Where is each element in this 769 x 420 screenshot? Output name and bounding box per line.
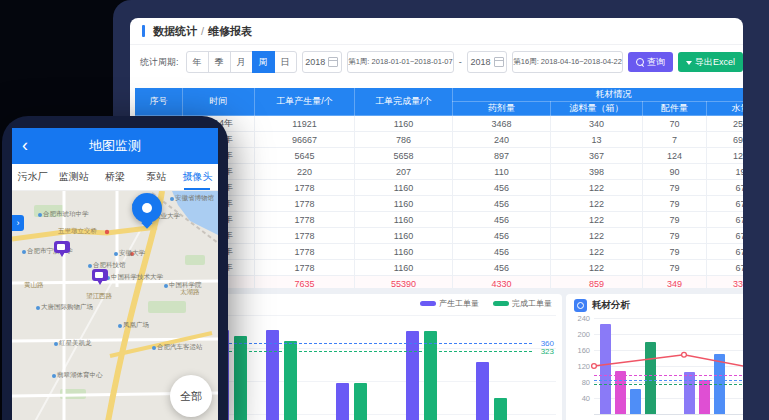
selected-location-marker[interactable]: [132, 193, 162, 223]
period-option[interactable]: 周: [252, 51, 275, 73]
table-cell: 67: [707, 228, 744, 244]
table-cell: 110: [453, 164, 551, 180]
page-root: { "app": { "breadcrumb_section": "数据统计",…: [0, 0, 769, 420]
camera-marker-icon[interactable]: [54, 241, 70, 253]
sub-column-header: 药剂量: [453, 102, 551, 116]
table-cell: 1778: [255, 260, 355, 276]
table-cell: 1778: [255, 244, 355, 260]
breadcrumb: 数据统计 / 维修报表: [130, 18, 743, 45]
chart-bar: [494, 398, 507, 420]
map-poi-label: 合肥汽车客运站: [152, 343, 203, 352]
table-cell: 67: [707, 212, 744, 228]
table-cell: 11921: [255, 116, 355, 132]
camera-lens: [57, 244, 65, 250]
map-poi-label: 翡翠湖体育中心: [52, 371, 103, 380]
table-cell: 1778: [255, 196, 355, 212]
poi-dot-icon: [152, 346, 156, 350]
query-button[interactable]: 查询: [628, 52, 673, 72]
table-cell: 1778: [255, 180, 355, 196]
table-cell: 1160: [355, 116, 453, 132]
table-cell: 79: [643, 260, 707, 276]
to-week-input[interactable]: 第16周: 2018-04-16~2018-04-22: [512, 51, 623, 73]
map-poi-label: 合肥市琥珀中学: [38, 210, 89, 219]
reference-line: [594, 384, 743, 385]
chart-bar: [424, 331, 437, 420]
map-expander-button[interactable]: ›: [12, 215, 24, 231]
table-cell: 67: [707, 180, 744, 196]
column-header: 序号: [135, 88, 183, 116]
chart-bar: [600, 324, 611, 414]
poi-text: 合肥汽车客运站: [157, 343, 203, 352]
table-cell: 220: [255, 164, 355, 180]
export-excel-button[interactable]: 导出Excel: [678, 52, 743, 72]
period-option[interactable]: 日: [274, 51, 297, 73]
phone-tab-桥梁[interactable]: 桥梁: [94, 164, 135, 190]
y-axis-tick-label: 120: [568, 362, 590, 371]
poi-text: 翡翠湖体育中心: [57, 371, 103, 380]
consumables-chart-plot: 2402001601208040: [566, 294, 743, 420]
workorder-chart-legend[interactable]: 产生工单量完成工单量: [420, 298, 552, 309]
legend-label: 完成工单量: [512, 299, 552, 308]
poi-dot-icon: [38, 213, 42, 217]
table-cell: 250: [707, 116, 744, 132]
table-cell: 456: [453, 260, 551, 276]
table-cell: 90: [643, 164, 707, 180]
table-cell: 79: [643, 196, 707, 212]
poi-dot-icon: [118, 324, 122, 328]
column-header: 工单产生量/个: [255, 88, 355, 116]
table-cell: 124: [643, 148, 707, 164]
export-button-label: 导出Excel: [695, 56, 735, 69]
period-option[interactable]: 年: [186, 51, 209, 73]
table-cell: 122: [551, 196, 643, 212]
period-option[interactable]: 季: [208, 51, 231, 73]
camera-marker-icon[interactable]: [92, 269, 108, 281]
map-view[interactable]: 体育馆安徽农业大学安徽省博物馆合肥市琥珀中学五里墩立交桥合肥市宁溪小学安徽大学合…: [12, 191, 218, 420]
table-cell: 19: [707, 164, 744, 180]
phone-tab-摄像头[interactable]: 摄像头: [177, 164, 218, 190]
table-header: 序号时间工单产生量/个工单完成量/个耗材情况药剂量滤料量（箱）配件量水量: [135, 88, 744, 116]
poi-text: 黄山路: [24, 281, 44, 290]
table-cell: 79: [643, 212, 707, 228]
phone-tab-污水厂[interactable]: 污水厂: [12, 164, 53, 190]
map-poi-label: 望江西路: [86, 292, 112, 301]
breadcrumb-section: 数据统计: [153, 24, 197, 39]
period-option[interactable]: 月: [230, 51, 253, 73]
from-year-select[interactable]: 2018: [302, 51, 343, 73]
reference-line-label: 323: [541, 347, 554, 356]
all-filter-button[interactable]: 全部: [170, 375, 212, 417]
y-axis-tick-label: 160: [568, 346, 590, 355]
phone-tab-bar: 污水厂监测站桥梁泵站摄像头: [12, 164, 218, 191]
phone-tab-监测站[interactable]: 监测站: [53, 164, 94, 190]
table-row[interactable]: 12014年119211160346834070250: [135, 116, 744, 132]
chart-bar: [284, 341, 297, 420]
from-week-input[interactable]: 第1周: 2018-01-01~2018-01-07: [347, 51, 453, 73]
poi-dot-icon: [164, 284, 168, 288]
page-title: 维修报表: [208, 24, 252, 39]
back-chevron-icon[interactable]: ‹: [22, 134, 28, 156]
to-year-value: 2018: [470, 57, 490, 67]
phone-tab-泵站[interactable]: 泵站: [136, 164, 177, 190]
poi-text: 合肥市琥珀中学: [43, 210, 89, 219]
table-cell: 3468: [453, 116, 551, 132]
to-week-value: 第16周: 2018-04-16~2018-04-22: [513, 57, 622, 67]
phone-screen: ‹ 地图监测 污水厂监测站桥梁泵站摄像头: [12, 128, 218, 420]
chart-bar: [336, 383, 349, 420]
filter-bar: 统计周期: 年季月周日 2018 第1周: 2018-01-01~2018-01…: [130, 45, 743, 79]
map-poi-label: 凤凰广场: [118, 321, 149, 330]
table-cell: 1160: [355, 260, 453, 276]
table-cell: 340: [551, 116, 643, 132]
y-axis-tick-label: 240: [568, 314, 590, 323]
chart-bar: [699, 380, 710, 414]
phone-header: ‹ 地图监测: [12, 128, 218, 164]
chart-bar: [234, 336, 247, 420]
map-poi-label: 黄山路: [24, 281, 44, 290]
map-poi-label: 安徽省博物馆: [170, 194, 214, 203]
chart-bar: [615, 371, 626, 414]
poi-dot-icon: [54, 342, 58, 346]
table-cell: 79: [643, 228, 707, 244]
poi-text: 大唐国际购物广场: [41, 303, 93, 312]
table-header-row: 序号时间工单产生量/个工单完成量/个耗材情况: [135, 88, 744, 102]
table-cell: 786: [355, 132, 453, 148]
period-label: 统计周期:: [140, 56, 179, 69]
to-year-select[interactable]: 2018: [467, 51, 508, 73]
